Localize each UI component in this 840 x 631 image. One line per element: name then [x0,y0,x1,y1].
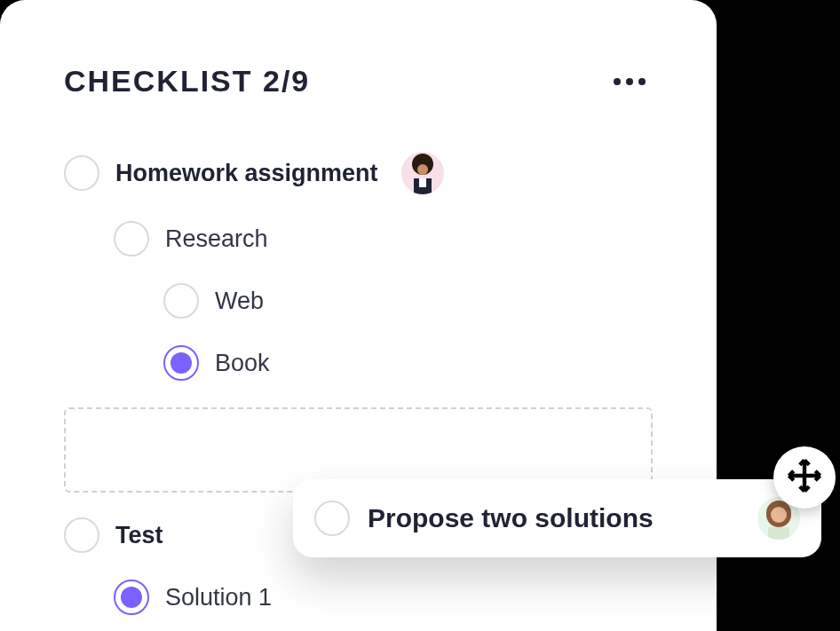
checkbox-solution1[interactable] [114,580,149,615]
item-label: Research [165,225,268,253]
checklist-item-book[interactable]: Book [64,345,653,381]
dragged-checklist-item[interactable]: Propose two solutions [293,479,821,557]
item-label: Book [215,350,270,377]
checkbox-research[interactable] [114,221,149,256]
checklist-item-homework[interactable]: Homework assignment [64,152,653,194]
drag-handle[interactable] [773,446,836,509]
checkbox-homework[interactable] [64,155,99,191]
checklist-title: CHECKLIST 2/9 [64,64,310,99]
card-header: CHECKLIST 2/9 [64,64,653,99]
item-label: Propose two solutions [368,503,654,533]
move-icon [786,457,823,498]
item-label: Solution 1 [165,584,272,611]
checklist-item-solution1[interactable]: Solution 1 [64,580,653,615]
checklist-item-research[interactable]: Research [64,221,653,256]
checkbox-test[interactable] [64,517,99,553]
checkbox-web[interactable] [163,283,199,319]
item-label: Homework assignment [115,160,378,187]
svg-rect-6 [768,527,789,540]
checklist-item-web[interactable]: Web [64,283,653,319]
svg-point-1 [417,164,428,175]
item-label: Test [115,522,163,549]
checkbox-book[interactable] [163,345,199,381]
svg-point-5 [771,507,787,523]
item-label: Web [215,288,264,315]
checkbox-propose[interactable] [314,501,350,536]
svg-rect-3 [419,178,426,187]
avatar[interactable] [401,152,444,194]
more-menu-button[interactable] [606,71,653,92]
